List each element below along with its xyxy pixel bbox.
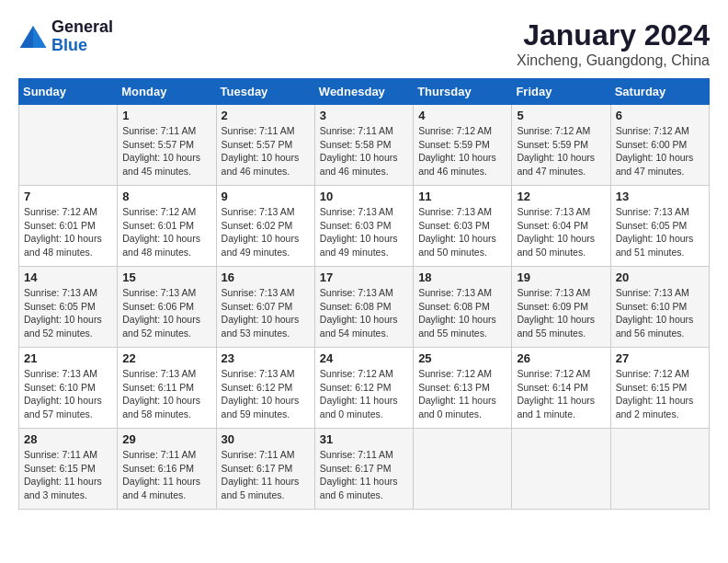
calendar-cell: 1Sunrise: 7:11 AM Sunset: 5:57 PM Daylig… [118,105,216,186]
day-number: 22 [122,351,210,365]
day-number: 24 [320,351,408,365]
day-number: 25 [418,351,506,365]
day-number: 9 [222,190,310,203]
day-number: 15 [122,270,210,284]
day-info: Sunrise: 7:13 AM Sunset: 6:06 PM Dayligh… [122,286,210,340]
day-number: 14 [24,270,112,284]
day-number: 8 [122,190,210,203]
day-number: 2 [222,109,310,122]
logo: General Blue [18,18,113,55]
day-info: Sunrise: 7:11 AM Sunset: 6:17 PM Dayligh… [320,448,408,502]
col-header-monday: Monday [118,79,216,105]
day-number: 29 [122,432,210,446]
location: Xincheng, Guangdong, China [517,52,710,69]
day-info: Sunrise: 7:11 AM Sunset: 5:58 PM Dayligh… [320,124,408,178]
calendar-cell: 2Sunrise: 7:11 AM Sunset: 5:57 PM Daylig… [216,105,314,186]
day-number: 11 [418,190,506,203]
day-number: 31 [320,432,408,446]
day-info: Sunrise: 7:13 AM Sunset: 6:12 PM Dayligh… [222,367,310,421]
calendar-cell: 5Sunrise: 7:12 AM Sunset: 5:59 PM Daylig… [512,105,610,186]
svg-marker-1 [33,26,46,48]
day-number: 16 [222,270,310,284]
calendar-cell: 13Sunrise: 7:13 AM Sunset: 6:05 PM Dayli… [610,186,709,267]
day-info: Sunrise: 7:13 AM Sunset: 6:08 PM Dayligh… [320,286,408,340]
calendar-cell [19,105,118,186]
day-number: 1 [122,109,210,122]
col-header-thursday: Thursday [414,79,512,105]
calendar-cell: 4Sunrise: 7:12 AM Sunset: 5:59 PM Daylig… [414,105,512,186]
day-info: Sunrise: 7:11 AM Sunset: 6:16 PM Dayligh… [122,448,210,502]
day-info: Sunrise: 7:12 AM Sunset: 6:14 PM Dayligh… [517,367,605,421]
day-info: Sunrise: 7:13 AM Sunset: 6:03 PM Dayligh… [418,205,506,259]
week-row-5: 28Sunrise: 7:11 AM Sunset: 6:15 PM Dayli… [19,429,710,510]
day-number: 19 [517,270,605,284]
day-number: 13 [616,190,704,203]
calendar-cell: 10Sunrise: 7:13 AM Sunset: 6:03 PM Dayli… [314,186,413,267]
col-header-sunday: Sunday [19,79,118,105]
calendar-cell: 15Sunrise: 7:13 AM Sunset: 6:06 PM Dayli… [118,267,216,348]
day-info: Sunrise: 7:12 AM Sunset: 6:01 PM Dayligh… [24,205,112,259]
calendar-cell: 6Sunrise: 7:12 AM Sunset: 6:00 PM Daylig… [610,105,709,186]
week-row-1: 1Sunrise: 7:11 AM Sunset: 5:57 PM Daylig… [19,105,710,186]
day-info: Sunrise: 7:11 AM Sunset: 6:17 PM Dayligh… [222,448,310,502]
calendar-cell: 25Sunrise: 7:12 AM Sunset: 6:13 PM Dayli… [414,348,512,429]
calendar-cell: 17Sunrise: 7:13 AM Sunset: 6:08 PM Dayli… [314,267,413,348]
day-number: 26 [517,351,605,365]
calendar-cell: 30Sunrise: 7:11 AM Sunset: 6:17 PM Dayli… [216,429,314,510]
week-row-4: 21Sunrise: 7:13 AM Sunset: 6:10 PM Dayli… [19,348,710,429]
day-number: 20 [616,270,704,284]
calendar-cell: 11Sunrise: 7:13 AM Sunset: 6:03 PM Dayli… [414,186,512,267]
day-number: 3 [320,109,408,122]
week-row-2: 7Sunrise: 7:12 AM Sunset: 6:01 PM Daylig… [19,186,710,267]
day-info: Sunrise: 7:12 AM Sunset: 6:15 PM Dayligh… [616,367,704,421]
col-header-wednesday: Wednesday [314,79,413,105]
day-number: 10 [320,190,408,203]
day-number: 21 [24,351,112,365]
day-info: Sunrise: 7:13 AM Sunset: 6:02 PM Dayligh… [222,205,310,259]
calendar-cell: 21Sunrise: 7:13 AM Sunset: 6:10 PM Dayli… [19,348,118,429]
day-info: Sunrise: 7:13 AM Sunset: 6:10 PM Dayligh… [24,367,112,421]
calendar-cell: 18Sunrise: 7:13 AM Sunset: 6:08 PM Dayli… [414,267,512,348]
calendar-cell: 8Sunrise: 7:12 AM Sunset: 6:01 PM Daylig… [118,186,216,267]
col-header-tuesday: Tuesday [216,79,314,105]
day-number: 6 [616,109,704,122]
calendar-cell: 20Sunrise: 7:13 AM Sunset: 6:10 PM Dayli… [610,267,709,348]
page-header: General Blue January 2024 Xincheng, Guan… [18,18,710,69]
day-info: Sunrise: 7:12 AM Sunset: 6:00 PM Dayligh… [616,124,704,178]
calendar-cell: 3Sunrise: 7:11 AM Sunset: 5:58 PM Daylig… [314,105,413,186]
col-header-friday: Friday [512,79,610,105]
logo-line1: General [51,18,113,37]
calendar-cell [610,429,709,510]
day-info: Sunrise: 7:12 AM Sunset: 6:13 PM Dayligh… [418,367,506,421]
day-number: 17 [320,270,408,284]
day-info: Sunrise: 7:13 AM Sunset: 6:07 PM Dayligh… [222,286,310,340]
calendar-cell: 16Sunrise: 7:13 AM Sunset: 6:07 PM Dayli… [216,267,314,348]
calendar-cell: 23Sunrise: 7:13 AM Sunset: 6:12 PM Dayli… [216,348,314,429]
day-number: 12 [517,190,605,203]
calendar-cell: 14Sunrise: 7:13 AM Sunset: 6:05 PM Dayli… [19,267,118,348]
day-info: Sunrise: 7:13 AM Sunset: 6:03 PM Dayligh… [320,205,408,259]
day-info: Sunrise: 7:12 AM Sunset: 6:01 PM Dayligh… [122,205,210,259]
calendar-cell: 9Sunrise: 7:13 AM Sunset: 6:02 PM Daylig… [216,186,314,267]
day-info: Sunrise: 7:13 AM Sunset: 6:08 PM Dayligh… [418,286,506,340]
calendar-cell: 22Sunrise: 7:13 AM Sunset: 6:11 PM Dayli… [118,348,216,429]
day-number: 7 [24,190,112,203]
logo-line2: Blue [51,37,113,55]
day-info: Sunrise: 7:13 AM Sunset: 6:05 PM Dayligh… [616,205,704,259]
calendar-cell [414,429,512,510]
day-info: Sunrise: 7:12 AM Sunset: 5:59 PM Dayligh… [517,124,605,178]
calendar-cell: 19Sunrise: 7:13 AM Sunset: 6:09 PM Dayli… [512,267,610,348]
calendar-cell [512,429,610,510]
day-number: 28 [24,432,112,446]
title-block: January 2024 Xincheng, Guangdong, China [517,18,710,69]
day-number: 5 [517,109,605,122]
calendar-cell: 12Sunrise: 7:13 AM Sunset: 6:04 PM Dayli… [512,186,610,267]
logo-icon [18,24,48,50]
day-number: 4 [418,109,506,122]
day-number: 30 [222,432,310,446]
day-number: 27 [616,351,704,365]
header-row: SundayMondayTuesdayWednesdayThursdayFrid… [19,79,710,105]
calendar-table: SundayMondayTuesdayWednesdayThursdayFrid… [18,78,710,510]
day-info: Sunrise: 7:12 AM Sunset: 5:59 PM Dayligh… [418,124,506,178]
calendar-cell: 27Sunrise: 7:12 AM Sunset: 6:15 PM Dayli… [610,348,709,429]
